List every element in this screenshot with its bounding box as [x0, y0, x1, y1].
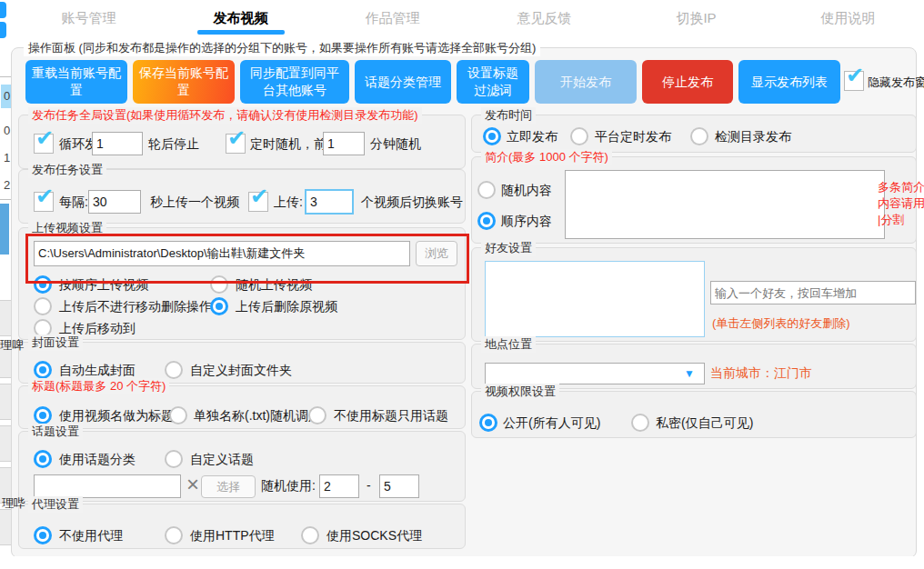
sync-config-button[interactable]: 同步配置到同平台其他账号	[240, 60, 349, 104]
radio-permission-private-label: 私密(仅自己可见)	[656, 415, 753, 432]
intro-note-line: |分割	[878, 212, 924, 228]
radio-title-txt-random[interactable]	[169, 406, 187, 424]
radio-after-keep[interactable]	[34, 297, 52, 315]
radio-upload-sequential-label: 按顺序上传视频	[59, 277, 148, 294]
radio-proxy-http[interactable]	[165, 526, 183, 544]
interval-label: 每隔:	[59, 195, 88, 211]
radio-publish-monitor-dir[interactable]	[690, 127, 708, 145]
start-publish-button[interactable]: 开始发布	[535, 60, 637, 104]
group-global-settings: 发布任务全局设置(如果使用循环发布，请确认没有使用检测目录发布功能) ✔ 循环发…	[18, 115, 466, 169]
timing-minutes-input[interactable]	[323, 132, 365, 155]
group-friends: 好友设置 (单击左侧列表的好友删除)	[471, 247, 917, 342]
tab-help[interactable]: 使用说明	[772, 0, 924, 36]
location-selected-value	[486, 367, 491, 381]
background-partial-text: 理哔	[2, 495, 25, 512]
radio-intro-sequence-label: 顺序内容	[501, 214, 552, 230]
switch-suffix-label: 个视频后切换账号	[361, 195, 463, 211]
location-dropdown[interactable]: ▼	[485, 363, 705, 384]
group-topic-settings: 话题设置 使用话题分类 自定义话题 × 选择 随机使用: -	[18, 431, 466, 502]
radio-publish-now[interactable]	[483, 127, 501, 145]
hide-publish-window-checkbox[interactable]: ✔	[844, 71, 864, 91]
switch-account-checkbox[interactable]: ✔	[248, 192, 268, 212]
check-icon: ✔	[846, 65, 864, 86]
radio-after-delete[interactable]	[210, 297, 228, 315]
clear-icon[interactable]: ×	[186, 474, 199, 495]
radio-topic-custom-label: 自定义话题	[190, 452, 254, 468]
friends-listbox[interactable]	[485, 261, 705, 337]
radio-intro-sequence[interactable]	[477, 212, 496, 230]
radio-upload-sequential[interactable]	[34, 275, 52, 294]
video-folder-path-input[interactable]	[34, 241, 410, 266]
group-intro: 简介(最多 1000 个字符) 随机内容 顺序内容 多条简介 内容请用 |分割	[471, 156, 917, 244]
radio-topic-category-label: 使用话题分类	[59, 452, 136, 468]
radio-proxy-none[interactable]	[34, 526, 52, 544]
radio-title-video-name[interactable]	[34, 406, 52, 424]
group-title: 好友设置	[481, 240, 536, 256]
tab-label: 发布视频	[214, 10, 268, 27]
radio-permission-public[interactable]	[479, 414, 497, 432]
loop-count-input[interactable]	[92, 132, 143, 155]
intro-textarea[interactable]	[565, 170, 885, 239]
show-publish-list-button[interactable]: 显示发布列表	[738, 60, 840, 104]
background-button-sliver	[0, 2, 6, 18]
radio-topic-custom[interactable]	[165, 450, 183, 468]
interval-seconds-input[interactable]	[88, 190, 141, 214]
tab-works-manage[interactable]: 作品管理	[316, 0, 468, 36]
topic-category-input[interactable]	[34, 474, 181, 498]
tab-account-manage[interactable]: 账号管理	[13, 0, 165, 36]
loop-suffix-label: 轮后停止	[148, 136, 199, 153]
group-upload-settings: 上传视频设置 浏览 按顺序上传视频 随机上传视频 上传后不进行移动删除操作 上传…	[18, 227, 466, 340]
random-use-label: 随机使用:	[261, 478, 316, 494]
radio-proxy-http-label: 使用HTTP代理	[190, 528, 275, 544]
dash-label: -	[367, 478, 371, 493]
check-icon: ✔	[250, 185, 268, 207]
reload-config-button[interactable]: 重载当前账号配置	[25, 60, 127, 104]
tab-feedback[interactable]: 意见反馈	[468, 0, 620, 36]
friends-note: (单击左侧列表的好友删除)	[712, 315, 850, 332]
interval-checkbox[interactable]: ✔	[34, 192, 54, 212]
radio-publish-monitor-dir-label: 检测目录发布	[715, 129, 791, 145]
radio-upload-random-label: 随机上传视频	[236, 277, 312, 294]
intro-note: 多条简介 内容请用 |分割	[878, 179, 924, 229]
stop-publish-button[interactable]: 停止发布	[642, 60, 733, 104]
radio-title-topic-only[interactable]	[308, 406, 326, 424]
tab-publish-video[interactable]: 发布视频	[165, 0, 316, 36]
radio-cover-auto[interactable]	[34, 361, 52, 379]
radio-cover-custom[interactable]	[165, 361, 183, 379]
check-icon: ✔	[35, 127, 54, 149]
radio-intro-random[interactable]	[477, 181, 496, 199]
loop-publish-checkbox[interactable]: ✔	[34, 134, 54, 154]
current-city-label: 当前城市：江门市	[710, 365, 812, 382]
save-config-button[interactable]: 保存当前账号配置	[133, 60, 235, 104]
radio-permission-private[interactable]	[631, 414, 649, 432]
radio-after-delete-label: 上传后删除原视频	[236, 299, 337, 315]
radio-title-txt-random-label: 单独名称(.txt)随机调用	[194, 408, 321, 424]
topic-category-manage-button[interactable]: 话题分类管理	[355, 60, 451, 104]
check-icon: ✔	[227, 127, 246, 149]
switch-count-input[interactable]	[305, 189, 354, 215]
group-title: 视频权限设置	[481, 384, 559, 400]
radio-upload-random[interactable]	[210, 275, 228, 294]
tab-bar: 账号管理 发布视频 作品管理 意见反馈 切换IP 使用说明	[13, 0, 924, 36]
group-title: 简介(最多 1000 个字符)	[481, 149, 612, 165]
group-location: 地点位置 ▼ 当前城市：江门市	[471, 344, 917, 389]
title-filter-button[interactable]: 设置标题过滤词	[457, 60, 529, 104]
choose-topic-button[interactable]: 选择	[201, 475, 256, 498]
radio-publish-now-label: 立即发布	[507, 129, 557, 145]
radio-proxy-socks[interactable]	[301, 526, 319, 544]
topic-max-input[interactable]	[379, 474, 419, 498]
radio-topic-category[interactable]	[34, 450, 52, 468]
topic-min-input[interactable]	[319, 474, 359, 498]
timing-random-checkbox[interactable]: ✔	[226, 134, 246, 154]
timing-suffix-label: 分钟随机	[370, 136, 421, 153]
browse-button[interactable]: 浏览	[416, 241, 457, 266]
tab-switch-ip[interactable]: 切换IP	[620, 0, 772, 36]
radio-title-video-name-label: 使用视频名做为标题	[59, 408, 174, 424]
group-title: 标题(标题最多 20 个字符)	[28, 378, 169, 394]
friend-input[interactable]	[710, 281, 916, 304]
radio-title-topic-only-label: 不使用标题只用话题	[334, 408, 448, 424]
intro-note-line: 内容请用	[878, 195, 924, 212]
radio-intro-random-label: 随机内容	[501, 183, 552, 199]
group-title: 发布任务设置	[28, 162, 106, 178]
radio-publish-platform-timed[interactable]	[570, 127, 588, 145]
